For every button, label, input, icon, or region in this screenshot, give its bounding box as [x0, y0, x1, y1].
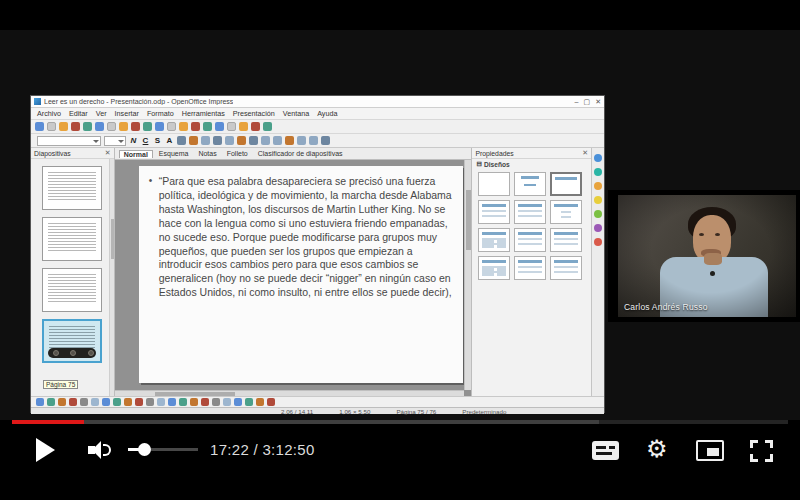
toolbar-icon[interactable]	[168, 398, 176, 406]
bold-icon[interactable]: N	[129, 136, 138, 145]
progress-bar[interactable]	[12, 420, 788, 424]
sidebar-tab-icon[interactable]	[594, 154, 602, 162]
menu-item[interactable]: Herramientas	[178, 109, 229, 118]
menu-item[interactable]: Ver	[92, 109, 111, 118]
toolbar-icon[interactable]	[215, 122, 224, 131]
toolbar-icon[interactable]	[213, 136, 222, 145]
toolbar-icon[interactable]	[201, 398, 209, 406]
volume-slider[interactable]	[128, 448, 198, 451]
layout-option[interactable]	[478, 200, 510, 224]
toolbar-icon[interactable]	[143, 122, 152, 131]
fullscreen-icon[interactable]	[750, 440, 773, 462]
toolbar-icon[interactable]	[80, 398, 88, 406]
toolbar-icon[interactable]	[146, 398, 154, 406]
view-tab[interactable]: Esquema	[155, 150, 193, 157]
menu-item[interactable]: Ayuda	[313, 109, 341, 118]
toolbar-icon[interactable]	[267, 398, 275, 406]
toolbar-icon[interactable]	[179, 122, 188, 131]
miniplayer-icon[interactable]	[696, 440, 724, 461]
toolbar-icon[interactable]	[71, 122, 80, 131]
settings-gear-icon[interactable]: ⚙	[646, 436, 668, 462]
close-icon[interactable]: ✕	[595, 97, 601, 107]
workspace[interactable]: • “Para que esa palabra desapareciera se…	[115, 160, 472, 396]
view-tab[interactable]: Folleto	[223, 150, 252, 157]
toolbar-icon[interactable]	[256, 398, 264, 406]
sidebar-tab-icon[interactable]	[594, 224, 602, 232]
font-color-icon[interactable]: A	[165, 136, 174, 145]
toolbar-icon[interactable]	[59, 122, 68, 131]
toolbar-icon[interactable]	[223, 398, 231, 406]
video-area[interactable]: Leer es un derecho - Presentación.odp - …	[0, 30, 800, 420]
slide-canvas[interactable]: • “Para que esa palabra desapareciera se…	[139, 166, 463, 383]
collapse-icon[interactable]: ⊟	[476, 160, 482, 168]
toolbar-icon[interactable]	[234, 398, 242, 406]
layout-option[interactable]	[478, 256, 510, 280]
underline-icon[interactable]: S	[153, 136, 162, 145]
toolbar-icon[interactable]	[190, 398, 198, 406]
toolbar-icon[interactable]	[69, 398, 77, 406]
toolbar-icon[interactable]	[58, 398, 66, 406]
toolbar-icon[interactable]	[237, 136, 246, 145]
layout-option[interactable]	[550, 256, 582, 280]
toolbar-icon[interactable]	[212, 398, 220, 406]
volume-knob[interactable]	[138, 443, 151, 456]
play-icon[interactable]	[36, 438, 55, 462]
volume-icon[interactable]	[88, 440, 114, 460]
toolbar-icon[interactable]	[177, 136, 186, 145]
toolbar-icon[interactable]	[155, 122, 164, 131]
menu-item[interactable]: Formato	[143, 109, 178, 118]
font-name-combo[interactable]	[37, 136, 101, 146]
view-tab[interactable]: Notas	[194, 150, 220, 157]
subtitles-icon[interactable]	[592, 441, 619, 460]
toolbar-icon[interactable]	[203, 122, 212, 131]
toolbar-icon[interactable]	[263, 122, 272, 131]
toolbar-icon[interactable]	[124, 398, 132, 406]
view-tab[interactable]: Normal	[119, 150, 153, 158]
toolbar-icon[interactable]	[309, 136, 318, 145]
toolbar-icon[interactable]	[297, 136, 306, 145]
toolbar-icon[interactable]	[131, 122, 140, 131]
view-tab[interactable]: Clasificador de diapositivas	[254, 150, 347, 157]
slide-thumbnail[interactable]	[42, 166, 102, 210]
layout-option-selected[interactable]	[550, 172, 582, 196]
minimize-icon[interactable]: –	[575, 97, 579, 107]
toolbar-icon[interactable]	[83, 122, 92, 131]
toolbar-icon[interactable]	[167, 122, 176, 131]
toolbar-icon[interactable]	[36, 398, 44, 406]
toolbar-icon[interactable]	[201, 136, 210, 145]
toolbar-icon[interactable]	[179, 398, 187, 406]
layout-option[interactable]	[514, 200, 546, 224]
vertical-scrollbar[interactable]	[464, 160, 471, 390]
menu-item[interactable]: Editar	[65, 109, 92, 118]
toolbar-icon[interactable]	[47, 398, 55, 406]
maximize-icon[interactable]: ▢	[584, 97, 591, 107]
layout-option[interactable]	[550, 200, 582, 224]
toolbar-icon[interactable]	[35, 122, 44, 131]
toolbar-icon[interactable]	[91, 398, 99, 406]
toolbar-icon[interactable]	[95, 122, 104, 131]
toolbar-icon[interactable]	[107, 122, 116, 131]
toolbar-icon[interactable]	[249, 136, 258, 145]
menu-item[interactable]: Ventana	[279, 109, 313, 118]
font-size-combo[interactable]	[104, 136, 126, 146]
slide-thumbnail[interactable]	[42, 217, 102, 261]
toolbar-icon[interactable]	[189, 136, 198, 145]
toolbar-icon[interactable]	[191, 122, 200, 131]
toolbar-icon[interactable]	[239, 122, 248, 131]
sidebar-tab-icon[interactable]	[594, 168, 602, 176]
sidebar-tab-icon[interactable]	[594, 196, 602, 204]
toolbar-icon[interactable]	[321, 136, 330, 145]
slide-thumbnail-selected[interactable]	[42, 319, 102, 363]
toolbar-icon[interactable]	[261, 136, 270, 145]
toolbar-icon[interactable]	[113, 398, 121, 406]
toolbar-icon[interactable]	[227, 122, 236, 131]
toolbar-icon[interactable]	[251, 122, 260, 131]
toolbar-icon[interactable]	[157, 398, 165, 406]
sidebar-tab-icon[interactable]	[594, 182, 602, 190]
slide-text[interactable]: “Para que esa palabra desapareciera se p…	[159, 175, 455, 300]
slide-thumbnail[interactable]	[42, 268, 102, 312]
toolbar-icon[interactable]	[285, 136, 294, 145]
menu-item[interactable]: Presentación	[229, 109, 279, 118]
close-icon[interactable]: ✕	[582, 149, 588, 157]
sidebar-tab-icon[interactable]	[594, 210, 602, 218]
